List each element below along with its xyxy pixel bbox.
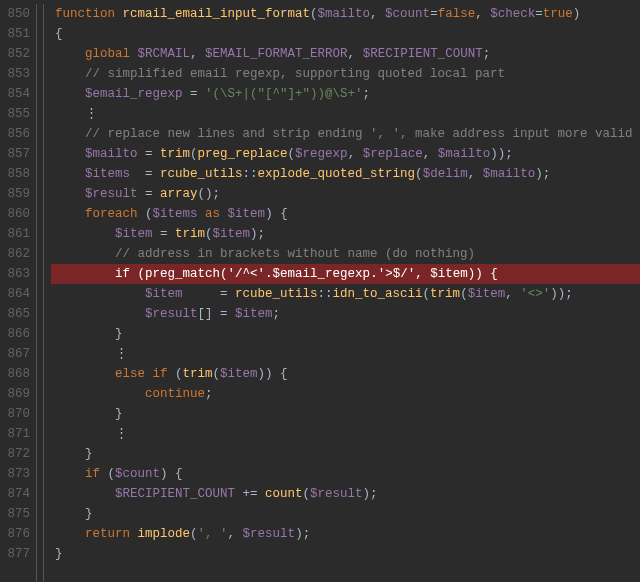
line-number: 850 <box>0 4 30 24</box>
line-number: 854 <box>0 84 30 104</box>
code-line[interactable]: } <box>55 324 640 344</box>
line-number: 876 <box>0 524 30 544</box>
line-number: 852 <box>0 44 30 64</box>
code-line[interactable]: ⋮ <box>55 344 640 364</box>
line-number: 861 <box>0 224 30 244</box>
code-line[interactable]: { <box>55 24 640 44</box>
line-number: 871 <box>0 424 30 444</box>
code-line[interactable]: $item = trim($item); <box>55 224 640 244</box>
code-line[interactable]: $email_regexp = '(\S+|("[^"]+"))@\S+'; <box>55 84 640 104</box>
line-number: 873 <box>0 464 30 484</box>
code-line[interactable]: $RECIPIENT_COUNT += count($result); <box>55 484 640 504</box>
code-line[interactable]: if ($count) { <box>55 464 640 484</box>
line-number: 857 <box>0 144 30 164</box>
line-number: 875 <box>0 504 30 524</box>
line-number: 851 <box>0 24 30 44</box>
code-line[interactable]: global $RCMAIL, $EMAIL_FORMAT_ERROR, $RE… <box>55 44 640 64</box>
code-line[interactable]: $item = rcube_utils::idn_to_ascii(trim($… <box>55 284 640 304</box>
highlighted-line[interactable]: if (preg_match('/^<'.$email_regexp.'>$/'… <box>51 264 640 284</box>
code-line[interactable]: $mailto = trim(preg_replace($regexp, $re… <box>55 144 640 164</box>
code-line[interactable]: continue; <box>55 384 640 404</box>
line-number: 877 <box>0 544 30 564</box>
line-number: 856 <box>0 124 30 144</box>
code-line[interactable]: foreach ($items as $item) { <box>55 204 640 224</box>
code-line[interactable]: $result[] = $item; <box>55 304 640 324</box>
line-number: 867 <box>0 344 30 364</box>
code-line[interactable]: } <box>55 404 640 424</box>
line-number: 872 <box>0 444 30 464</box>
line-number-gutter: 8508518528538548558568578588598608618628… <box>0 4 36 582</box>
line-number: 862 <box>0 244 30 264</box>
comment: // simplified email regexp, supporting q… <box>85 67 505 81</box>
code-line[interactable]: // replace new lines and strip ending ',… <box>55 124 640 144</box>
code-line[interactable]: // address in brackets without name (do … <box>55 244 640 264</box>
code-line[interactable]: else if (trim($item)) { <box>55 364 640 384</box>
code-line[interactable]: ⋮ <box>55 424 640 444</box>
line-number: 865 <box>0 304 30 324</box>
line-number: 869 <box>0 384 30 404</box>
line-number: 855 <box>0 104 30 124</box>
line-number: 866 <box>0 324 30 344</box>
line-number: 863 <box>0 264 30 284</box>
code-editor[interactable]: 8508518528538548558568578588598608618628… <box>0 0 640 582</box>
fold-ellipsis-icon[interactable]: ⋮ <box>115 427 130 441</box>
code-line[interactable]: $items = rcube_utils::explode_quoted_str… <box>55 164 640 184</box>
comment: // replace new lines and strip ending ',… <box>85 127 633 141</box>
code-line[interactable]: $result = array(); <box>55 184 640 204</box>
code-line[interactable]: function rcmail_email_input_format($mail… <box>55 4 640 24</box>
code-line[interactable]: } <box>55 544 640 564</box>
code-line[interactable]: } <box>55 444 640 464</box>
line-number: 860 <box>0 204 30 224</box>
line-number: 874 <box>0 484 30 504</box>
line-number: 858 <box>0 164 30 184</box>
line-number: 859 <box>0 184 30 204</box>
line-number: 864 <box>0 284 30 304</box>
code-line[interactable]: // simplified email regexp, supporting q… <box>55 64 640 84</box>
code-line[interactable]: return implode(', ', $result); <box>55 524 640 544</box>
line-number: 853 <box>0 64 30 84</box>
function-name: rcmail_email_input_format <box>123 7 311 21</box>
code-line[interactable]: ⋮ <box>55 104 640 124</box>
comment: // address in brackets without name (do … <box>115 247 475 261</box>
fold-column <box>37 4 51 582</box>
keyword: function <box>55 7 115 21</box>
fold-ellipsis-icon[interactable]: ⋮ <box>85 107 100 121</box>
line-number: 870 <box>0 404 30 424</box>
code-area[interactable]: function rcmail_email_input_format($mail… <box>51 4 640 582</box>
fold-ellipsis-icon[interactable]: ⋮ <box>115 347 130 361</box>
line-number: 868 <box>0 364 30 384</box>
code-line[interactable]: } <box>55 504 640 524</box>
